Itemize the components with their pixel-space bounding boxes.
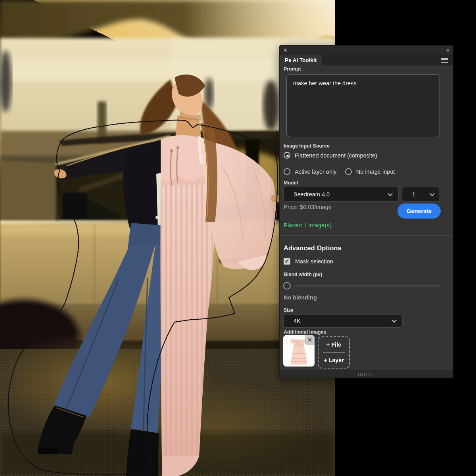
collapse-panel-icon[interactable]: « — [446, 47, 449, 53]
price-text: Price: $0.03/image — [284, 204, 332, 210]
radio-no-image-input[interactable]: No image input — [345, 168, 395, 175]
add-file-button[interactable]: + File — [326, 342, 341, 348]
image-input-source-label: Image Input Source — [284, 143, 330, 149]
panel-scrollbar[interactable] — [280, 370, 453, 378]
model-select[interactable]: Seedream 4.0 — [283, 187, 399, 202]
radio-icon[interactable] — [284, 168, 290, 175]
prompt-label: Prompt — [284, 66, 301, 72]
checkbox-checked-icon[interactable]: ✓ — [284, 258, 290, 265]
radio-label: No image input — [356, 169, 395, 175]
tab-ps-ai-toolkit[interactable]: Ps AI Toolkit — [280, 55, 322, 65]
chevron-down-icon — [430, 191, 435, 196]
radio-flattened-document[interactable]: Flattened document (composite) — [284, 152, 377, 159]
status-text: Placed 1 image(s). — [284, 222, 333, 228]
size-select[interactable]: 4K — [283, 314, 403, 328]
image-count-select[interactable]: 1 — [402, 187, 440, 202]
dropzone-divider — [323, 352, 345, 353]
mask-selection-label: Mask selection — [295, 258, 333, 265]
add-layer-button[interactable]: + Layer — [324, 357, 344, 363]
close-icon[interactable]: ✕ — [283, 47, 288, 54]
size-label: Size — [284, 307, 294, 313]
chevron-down-icon — [392, 318, 397, 323]
image-count-value: 1 — [402, 191, 415, 198]
additional-images-label: Additional images — [284, 329, 326, 335]
mask-selection-checkbox-row[interactable]: ✓ Mask selection — [284, 258, 333, 265]
chevron-down-icon — [388, 191, 393, 196]
scrollbar-grip[interactable] — [358, 373, 374, 376]
panel-menu-icon[interactable] — [441, 58, 448, 63]
blend-width-slider-knob[interactable] — [283, 282, 291, 290]
radio-active-layer-only[interactable]: Active layer only — [284, 168, 337, 175]
prompt-input[interactable]: make her wear the dress — [286, 74, 440, 137]
radio-label: Active layer only — [295, 169, 337, 175]
section-divider — [280, 235, 452, 236]
application-window: ✕ « Ps AI Toolkit Prompt make her wear t… — [0, 0, 476, 476]
radio-icon[interactable] — [345, 168, 352, 175]
remove-image-icon[interactable]: ✕ — [305, 335, 315, 345]
radio-icon[interactable] — [284, 152, 290, 159]
generate-button[interactable]: Generate — [397, 203, 441, 219]
size-select-value: 4K — [284, 318, 301, 324]
advanced-options-heading: Advanced Options — [284, 244, 342, 252]
panel-tabstrip: Ps AI Toolkit — [280, 55, 453, 65]
blend-width-label: Blend width (px) — [284, 272, 322, 277]
radio-label: Flattened document (composite) — [295, 152, 377, 159]
panel-header: ✕ « — [280, 46, 453, 55]
blend-width-slider-track[interactable] — [294, 286, 440, 286]
add-image-dropzone: + File + Layer — [318, 336, 350, 369]
model-select-value: Seedream 4.0 — [284, 191, 330, 198]
model-label: Model — [284, 180, 298, 186]
ai-toolkit-panel: ✕ « Ps AI Toolkit Prompt make her wear t… — [280, 46, 453, 378]
blend-status-text: No blending — [284, 294, 317, 301]
